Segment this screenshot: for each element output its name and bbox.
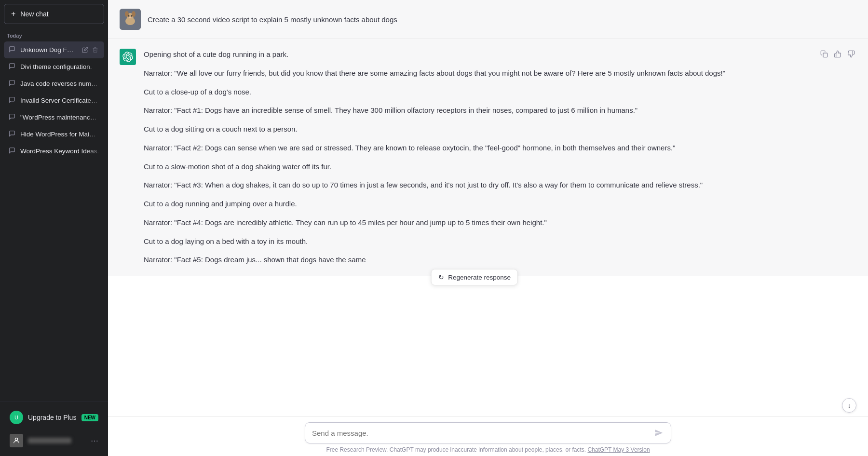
chat-list: Unknown Dog Facts.	[0, 41, 108, 402]
account-left	[10, 434, 71, 447]
delete-chat-button[interactable]	[91, 46, 99, 54]
upgrade-left: U Upgrade to Plus	[10, 411, 76, 424]
message-paragraph: Opening shot of a cute dog running in a …	[144, 49, 856, 61]
message-paragraph: Narrator: "Fact #1: Dogs have an incredi…	[144, 105, 856, 117]
chat-area[interactable]: Opening shot of a cute dog running in a …	[108, 39, 868, 416]
chat-item-4[interactable]: Invalid Server Certificate Error	[4, 92, 104, 109]
main-content: Create a 30 second video script to expla…	[108, 0, 868, 456]
message-paragraph: Cut to a slow-motion shot of a dog shaki…	[144, 161, 856, 173]
chat-icon	[9, 63, 15, 71]
input-row	[305, 422, 671, 443]
new-chat-label: New chat	[20, 10, 48, 18]
svg-point-7	[131, 15, 133, 17]
chat-icon	[9, 46, 15, 54]
account-name	[28, 438, 71, 443]
chat-item-1[interactable]: Unknown Dog Facts.	[4, 41, 104, 58]
message-paragraph: Cut to a dog sitting on a couch next to …	[144, 123, 856, 135]
upgrade-avatar: U	[10, 411, 23, 424]
svg-rect-9	[823, 53, 827, 57]
sidebar: + New chat Today Unknown Dog Facts.	[0, 0, 108, 456]
thumbs-down-button[interactable]	[846, 49, 856, 59]
chat-label: Unknown Dog Facts.	[20, 46, 76, 54]
chat-label: Divi theme configuration.	[20, 63, 99, 70]
chat-icon	[9, 147, 15, 155]
chat-item-2[interactable]: Divi theme configuration.	[4, 58, 104, 75]
new-badge: NEW	[81, 414, 98, 421]
chat-icon	[9, 130, 15, 138]
chat-icon	[9, 113, 15, 121]
chat-label: Invalid Server Certificate Error	[20, 97, 99, 104]
message-paragraph: Narrator: "We all love our furry friends…	[144, 67, 856, 80]
svg-point-6	[128, 15, 130, 17]
upgrade-button[interactable]: U Upgrade to Plus NEW	[4, 406, 104, 429]
chat-label: WordPress Keyword Ideas.	[20, 148, 99, 155]
assistant-message: Opening shot of a cute dog running in a …	[108, 39, 868, 276]
message-actions	[819, 49, 856, 59]
upgrade-label: Upgrade to Plus	[28, 414, 76, 421]
chat-icon	[9, 80, 15, 88]
main-wrapper: Create a 30 second video script to expla…	[108, 0, 868, 456]
message-input[interactable]	[312, 429, 649, 437]
regenerate-icon: ↻	[438, 273, 444, 281]
message-paragraph: Narrator: "Fact #5: Dogs dream jus... sh…	[144, 254, 856, 266]
prompt-thumbnail	[120, 9, 141, 30]
scroll-down-button[interactable]: ↓	[842, 398, 856, 413]
input-area: Free Research Preview. ChatGPT may produ…	[108, 416, 868, 456]
svg-point-0	[15, 438, 17, 441]
top-prompt-bar: Create a 30 second video script to expla…	[108, 0, 868, 39]
footer-link[interactable]: ChatGPT May 3 Version	[587, 446, 650, 453]
new-chat-button[interactable]: + New chat	[4, 4, 104, 24]
chat-item-6[interactable]: Hide WordPress for Maintenan	[4, 126, 104, 143]
plus-icon: +	[11, 10, 15, 18]
chat-icon	[9, 96, 15, 105]
svg-point-8	[129, 17, 132, 18]
chat-item-5[interactable]: "WordPress maintenance plug	[4, 109, 104, 126]
account-menu-button[interactable]: ⋯	[91, 436, 98, 445]
today-label: Today	[0, 28, 108, 41]
chat-item-7[interactable]: WordPress Keyword Ideas.	[4, 143, 104, 160]
prompt-text: Create a 30 second video script to expla…	[148, 15, 397, 24]
message-paragraph: Cut to a close-up of a dog's nose.	[144, 86, 856, 98]
regenerate-label: Regenerate response	[448, 274, 511, 281]
account-row[interactable]: ⋯	[4, 429, 104, 452]
chat-label: Java code reverses numbers.	[20, 80, 99, 87]
message-paragraph: Narrator: "Fact #4: Dogs are incredibly …	[144, 217, 856, 229]
chat-label: "WordPress maintenance plug	[20, 114, 99, 121]
chat-item-3[interactable]: Java code reverses numbers.	[4, 75, 104, 92]
send-button[interactable]	[653, 428, 664, 438]
message-paragraph: Cut to a dog laying on a bed with a toy …	[144, 236, 856, 248]
chat-actions	[81, 46, 99, 54]
gpt-avatar	[120, 49, 136, 65]
message-paragraph: Cut to a dog running and jumping over a …	[144, 198, 856, 210]
account-avatar	[10, 434, 23, 447]
edit-chat-button[interactable]	[81, 46, 89, 54]
message-paragraph: Narrator: "Fact #3: When a dog shakes, i…	[144, 179, 856, 191]
chat-label: Hide WordPress for Maintenan	[20, 131, 99, 138]
thumbs-up-button[interactable]	[832, 49, 843, 59]
copy-button[interactable]	[819, 49, 829, 59]
sidebar-bottom: U Upgrade to Plus NEW ⋯	[0, 402, 108, 456]
message-paragraph: Narrator: "Fact #2: Dogs can sense when …	[144, 142, 856, 154]
assistant-message-content: Opening shot of a cute dog running in a …	[144, 49, 856, 266]
footer-note: Free Research Preview. ChatGPT may produ…	[326, 446, 650, 453]
regenerate-bubble[interactable]: ↻ Regenerate response	[431, 269, 518, 285]
